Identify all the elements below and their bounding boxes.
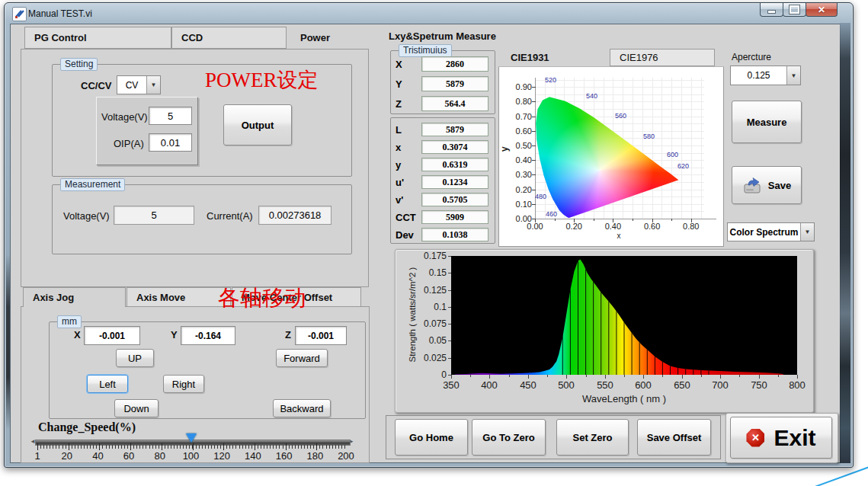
tab-cie1976[interactable]: CIE1976: [610, 49, 715, 66]
tristimulus-label: Z: [391, 98, 421, 110]
spectrum-xtick-minor: [470, 375, 471, 377]
backward-button[interactable]: Backward: [273, 399, 331, 417]
cie-ytick-label: 0.80: [506, 97, 532, 106]
cie-xtick-mark: [613, 219, 613, 222]
current-meas-value: 0.00273618: [258, 206, 332, 225]
tab-cie1931[interactable]: CIE1931: [501, 48, 585, 66]
tristimulus-value: 564.4: [421, 96, 488, 111]
close-button[interactable]: ✕: [806, 3, 838, 17]
spectrum-ytick-label: 0.1: [415, 302, 447, 312]
spectrum-xtick-label: 400: [474, 379, 504, 391]
chevron-down-icon[interactable]: ▼: [146, 76, 160, 94]
down-button[interactable]: Down: [114, 399, 159, 417]
client-area: PG Control CCD Power Setting CC/CV CV ▼ …: [10, 24, 841, 463]
spectrum-ytick-mark: [448, 341, 451, 341]
spectrum-xtick-mark: [489, 375, 490, 379]
power-setting-overlay-text: POWER设定: [205, 66, 319, 94]
photometry-label: x: [391, 142, 421, 153]
spectrum-xtick-label: 750: [744, 379, 774, 391]
tab-axis-move[interactable]: Axis Move: [127, 287, 231, 307]
chevron-down-icon[interactable]: ▼: [800, 223, 814, 241]
titlebar[interactable]: Manual TEST.vi ✕: [5, 3, 853, 24]
spectrum-ytick-label: 0.175: [415, 251, 447, 261]
output-button[interactable]: Output: [223, 104, 292, 145]
save-offset-button[interactable]: Save Offset: [637, 419, 711, 456]
tab-power[interactable]: Power: [290, 27, 364, 49]
photometry-value: 0.1038: [421, 228, 488, 241]
spectrum-xtick-mark: [566, 375, 567, 379]
spectrum-mode-value: Color Spectrum: [728, 223, 800, 241]
tab-ccd[interactable]: CCD: [171, 27, 287, 49]
axis-move-overlay-text: 各轴移动: [218, 283, 306, 314]
current-meas-label: Current(A): [207, 210, 253, 222]
y-axis-input[interactable]: -0.164: [181, 326, 235, 345]
spectrum-xtick-label: 700: [705, 379, 735, 391]
labview-icon: [12, 7, 27, 21]
spectrum-ytick-label: 0.05: [415, 335, 447, 346]
tab-pg-control[interactable]: PG Control: [24, 27, 171, 49]
spectrum-ytick-mark: [448, 256, 451, 257]
change-speed-slider[interactable]: ◄ ► 120406080100120140160180200: [30, 434, 354, 463]
cie-xtick-label: 0.60: [637, 222, 668, 231]
maximize-button[interactable]: [783, 3, 806, 17]
right-button[interactable]: Right: [163, 375, 204, 393]
spectrum-xtick-label: 600: [628, 379, 658, 391]
measurement-group: Measurement Voltage(V) 5 Current(A) 0.00…: [52, 184, 352, 254]
photometry-value: 0.1234: [421, 175, 488, 189]
slider-tick-label: 180: [303, 450, 327, 462]
photometry-row: v'0.5705: [391, 193, 495, 206]
spectrum-xtick-label: 500: [551, 379, 581, 391]
photometry-row: x0.3074: [391, 140, 495, 154]
save-button[interactable]: Save: [732, 166, 802, 204]
measure-button[interactable]: Measure: [732, 101, 802, 143]
spectrum-ytick-label: 0: [415, 369, 447, 380]
desktop-accent-line: [795, 465, 868, 486]
left-button[interactable]: Left: [87, 375, 128, 393]
cie-ytick-mark: [532, 204, 536, 205]
tristimulus-value: 2860: [421, 56, 488, 72]
photometry-rows: L5879x0.3074y0.6319u'0.1234v'0.5705CCT59…: [391, 123, 495, 241]
go-home-button[interactable]: Go Home: [395, 419, 468, 456]
spectrum-xtick-minor: [739, 375, 740, 377]
voltage-set-input[interactable]: 5: [149, 107, 192, 125]
exit-button[interactable]: ✕ Exit: [730, 417, 832, 459]
cie-wavelength-label: 480: [535, 193, 546, 200]
maximize-icon: [790, 5, 799, 14]
cie-ytick-mark: [532, 117, 536, 117]
photometry-row: y0.6319: [391, 158, 495, 171]
cie-xtick-label: 0.20: [559, 222, 589, 231]
spectrum-xtick-minor: [624, 375, 625, 377]
photometry-row: u'0.1234: [391, 175, 495, 189]
tab-axis-jog[interactable]: Axis Jog: [23, 287, 126, 307]
slider-thumb[interactable]: [186, 433, 197, 443]
cie-ytick-mark: [532, 131, 536, 132]
minimize-button[interactable]: [760, 3, 783, 17]
save-icon: [742, 176, 762, 194]
spectrum-plot-area: [451, 256, 797, 375]
oip-input[interactable]: 0.01: [149, 133, 192, 152]
tristimulus-value: 5879: [421, 76, 488, 91]
photometry-label: Dev: [391, 229, 421, 241]
tristimulus-row: Y5879: [391, 76, 495, 91]
cie-wavelength-label: 520: [545, 76, 556, 84]
x-axis-input[interactable]: -0.001: [84, 326, 140, 345]
measurement-group-label: Measurement: [60, 178, 125, 191]
aperture-dropdown[interactable]: 0.125 ▼: [730, 66, 801, 85]
aperture-label: Apercture: [732, 52, 771, 62]
forward-button[interactable]: Forward: [276, 349, 328, 367]
cie-ytick-mark: [532, 87, 536, 88]
cie-xtick-mark: [535, 219, 536, 222]
cccv-dropdown[interactable]: CV ▼: [117, 75, 161, 94]
up-button[interactable]: UP: [116, 349, 154, 367]
voltage-set-label: Voltage(V): [101, 111, 148, 123]
chevron-down-icon[interactable]: ▼: [786, 66, 800, 85]
go-to-zero-button[interactable]: Go To Zero: [472, 419, 546, 456]
cie-ytick-label: 0.20: [506, 185, 532, 194]
cccv-label: CC/CV: [81, 80, 111, 91]
spectrum-mode-dropdown[interactable]: Color Spectrum ▼: [727, 222, 815, 241]
cie-wavelength-label: 460: [546, 210, 557, 218]
set-zero-button[interactable]: Set Zero: [556, 419, 629, 456]
z-axis-input[interactable]: -0.001: [295, 326, 347, 345]
photometry-value: 5909: [421, 210, 488, 224]
change-speed-label: Change_Speed(%): [38, 420, 136, 434]
